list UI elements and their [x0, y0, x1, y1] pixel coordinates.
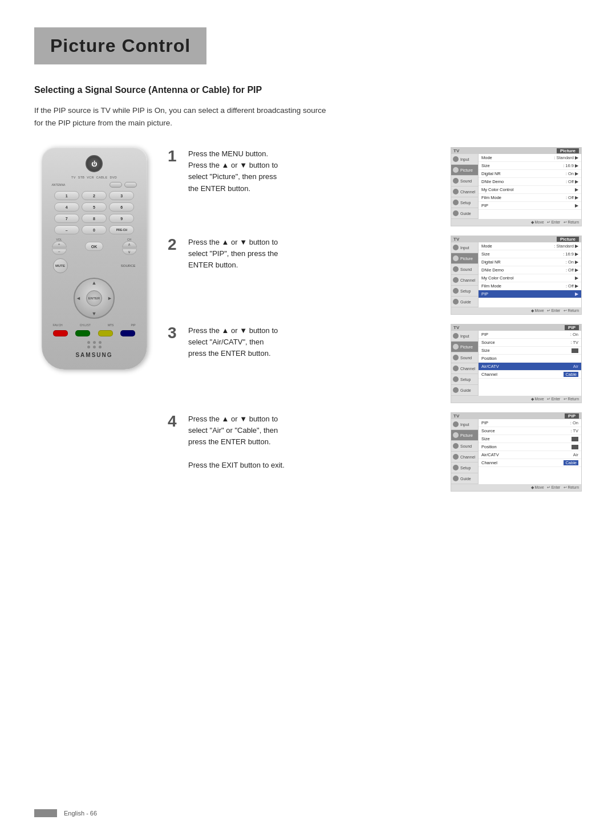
nav4-input: Input [451, 419, 478, 430]
power-button[interactable]: ⏻ [86, 155, 103, 172]
footer-text: English - 66 [64, 810, 97, 817]
page-title: Picture Control [50, 35, 191, 56]
nav4-sound: Sound [451, 441, 478, 452]
step-1-text: Press the MENU button. Press the ▲ or ▼ … [188, 147, 443, 194]
tv-screen-1: TV Picture Input Picture Sound [451, 147, 582, 226]
btn-2[interactable]: 2 [82, 191, 107, 200]
ok-btn[interactable]: OK [85, 242, 103, 251]
nav-picture: Picture [451, 165, 478, 176]
dpad-left-arrow[interactable]: ◄ [76, 295, 81, 301]
yellow-button[interactable] [98, 330, 113, 336]
screen1-nav: Input Picture Sound Channel Setup [451, 154, 479, 219]
source-button[interactable]: SOURCE [121, 264, 136, 267]
mute-button[interactable]: MUTE [53, 258, 68, 273]
mts-label: MTS [108, 323, 114, 327]
dpad-down-arrow[interactable]: ▼ [92, 311, 97, 316]
screen4-header: TV PIP [451, 413, 581, 419]
step-3-number: 3 [168, 325, 180, 341]
screen2-content: Mode: Standard ▶ Size: 16:9 ▶ Digital NR… [479, 242, 581, 307]
tv-screen-3: TV PIP Input Picture Sound [451, 324, 582, 403]
screen1-content: Mode: Standard ▶ Size: 16:9 ▶ Digital NR… [479, 154, 581, 219]
nav2-input: Input [451, 242, 478, 253]
chlist-label: CH.LIST [80, 323, 91, 327]
screen3-content: PIP: On Source: TV Size Position Air/CAT [479, 331, 581, 396]
menu-row-film: Film Mode: Off ▶ [479, 194, 581, 202]
menu-row-dnr: Digital NR: On ▶ [479, 170, 581, 178]
tv-screen-4: TV PIP Input Picture Sound [451, 412, 582, 492]
s3-size: Size [479, 347, 581, 355]
number-grid: 1 2 3 4 5 6 7 8 9 – 0 PRE-CH [50, 191, 139, 234]
stb-label: STB [78, 176, 85, 179]
btn-9[interactable]: 9 [109, 214, 134, 223]
remote-area: ⏻ TV STB VCR CABLE DVD ANTENNA 1 [34, 147, 154, 492]
screen3-nav: Input Picture Sound Channel Setup [451, 331, 479, 396]
screen3-header: TV PIP [451, 324, 581, 331]
red-button[interactable] [53, 330, 68, 336]
screen4-footer: ◆ Move ↵ Enter ↩ Return [451, 484, 581, 491]
btn-3[interactable]: 3 [109, 191, 134, 200]
btn-dash[interactable]: – [54, 225, 79, 234]
enter-button[interactable]: ENTER [86, 290, 102, 306]
s4-aircatv: Air/CATVAir [479, 451, 581, 459]
pip-label: PIP [131, 323, 135, 327]
s4-source: Source: TV [479, 427, 581, 435]
menu-row-dnie: DNIe Demo: Off ▶ [479, 178, 581, 186]
screen3-tv-label: TV [453, 325, 459, 330]
main-content: ⏻ TV STB VCR CABLE DVD ANTENNA 1 [34, 147, 582, 492]
s3-channel: ChannelCable [479, 371, 581, 379]
vol-up-button[interactable]: + [52, 241, 67, 247]
btn-8[interactable]: 8 [82, 214, 107, 223]
btn-6[interactable]: 6 [109, 202, 134, 212]
btn-5[interactable]: 5 [82, 202, 107, 212]
btn-0[interactable]: 0 [82, 225, 107, 234]
step-3-row: 3 Press the ▲ or ▼ button to select "Air… [168, 324, 582, 403]
vol-down-button[interactable]: − [52, 249, 67, 255]
menu-row-mode: Mode: Standard ▶ [479, 154, 581, 162]
s2-film: Film Mode: Off ▶ [479, 282, 581, 290]
screen2-body: Input Picture Sound Channel Setup [451, 242, 581, 307]
nav-guide: Guide [451, 208, 478, 219]
blue-button[interactable] [120, 330, 135, 336]
ch-down-button[interactable]: ∨ [122, 249, 137, 255]
ch-up-button[interactable]: ∧ [122, 241, 137, 247]
step-4-text: Press the ▲ or ▼ button to select "Air" … [188, 412, 443, 471]
s3-pip: PIP: On [479, 331, 581, 339]
s2-pip: PIP▶ [479, 290, 581, 298]
s4-size: Size [479, 435, 581, 443]
s2-dnie: DNIe Demo: Off ▶ [479, 266, 581, 274]
dvd-label: DVD [110, 176, 117, 179]
btn-1[interactable]: 1 [54, 191, 79, 200]
screen2-menu-label: Picture [557, 237, 579, 242]
screen1-tv-label: TV [453, 148, 459, 153]
nav4-picture: Picture [451, 430, 478, 441]
s4-pip: PIP: On [479, 419, 581, 427]
btn-prech[interactable]: PRE-CH [109, 225, 134, 234]
remote-control: ⏻ TV STB VCR CABLE DVD ANTENNA 1 [42, 147, 147, 370]
menu-row-mycolor: My Color Control▶ [479, 186, 581, 194]
menu-row-size: Size: 16:9 ▶ [479, 162, 581, 170]
btn-7[interactable]: 7 [54, 214, 79, 223]
cable-label: CABLE [96, 176, 108, 179]
nav3-setup: Setup [451, 374, 478, 385]
step-2-row: 2 Press the ▲ or ▼ button to select "PIP… [168, 236, 582, 315]
green-button[interactable] [75, 330, 90, 336]
step-4-row: 4 Press the ▲ or ▼ button to select "Air… [168, 412, 582, 492]
step-1-row: 1 Press the MENU button. Press the ▲ or … [168, 147, 582, 226]
dpad-right-arrow[interactable]: ► [107, 295, 112, 301]
btn-4[interactable]: 4 [54, 202, 79, 212]
nav-input: Input [451, 154, 478, 165]
steps-area: 1 Press the MENU button. Press the ▲ or … [168, 147, 582, 492]
step-1-number: 1 [168, 148, 180, 164]
nav4-setup: Setup [451, 462, 478, 473]
page-title-bar: Picture Control [34, 27, 206, 64]
mode-button[interactable] [124, 182, 137, 188]
screen3-body: Input Picture Sound Channel Setup [451, 331, 581, 396]
nav2-sound: Sound [451, 264, 478, 275]
brand-label: SAMSUNG [50, 352, 139, 358]
nav2-picture: Picture [451, 253, 478, 264]
pmode-button[interactable] [110, 182, 122, 188]
nav3-sound: Sound [451, 352, 478, 363]
dpad-up-arrow[interactable]: ▲ [92, 280, 97, 286]
step-2-number: 2 [168, 237, 180, 253]
s4-channel: ChannelCable [479, 459, 581, 467]
